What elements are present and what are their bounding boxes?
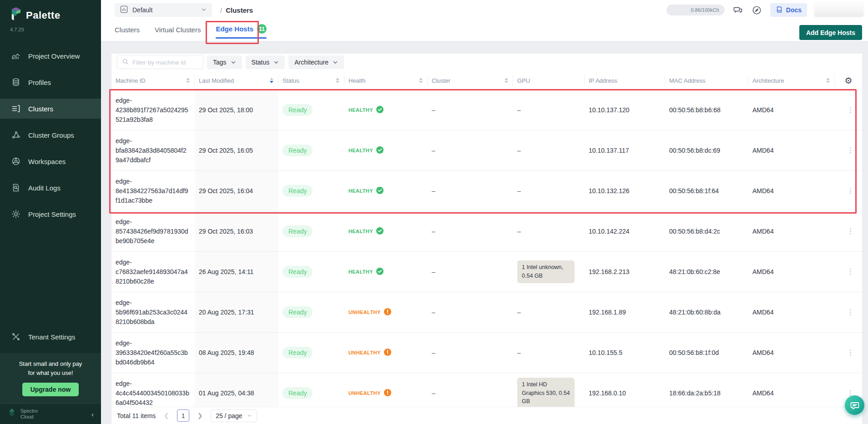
row-menu-icon[interactable]: ⋮: [839, 228, 862, 235]
cell-machine-id: edge-857438426ef9d9781930dbe90b705e4e: [111, 211, 195, 251]
cell-ip-address: 192.168.2.213: [585, 252, 665, 292]
network-icon: [11, 130, 21, 140]
chat-icon[interactable]: [732, 4, 744, 16]
table-row[interactable]: edge-396338420e4f260a55c3bbd046db9b6408 …: [111, 333, 862, 373]
table-row[interactable]: edge-4238b891f7267a5024295521a92b3fa829 …: [111, 90, 862, 130]
sidebar-item-workspaces[interactable]: Workspaces: [0, 151, 101, 171]
compass-icon[interactable]: [751, 4, 763, 16]
row-menu-icon[interactable]: ⋮: [839, 309, 862, 316]
cell-actions: ⋮: [835, 171, 862, 211]
chevron-down-icon: [231, 60, 236, 65]
tab-clusters[interactable]: Clusters: [115, 26, 140, 41]
page-size-select[interactable]: 25 / page: [211, 409, 257, 422]
status-badge: Ready: [283, 185, 313, 197]
page-number[interactable]: 1: [177, 409, 189, 422]
cell-machine-id: edge-8e41384227563a7d14df9f1d1ac73bbe: [111, 171, 195, 211]
cell-status: Ready: [278, 211, 344, 251]
cell-status: Ready: [278, 333, 344, 373]
cell-machine-id: edge-bfa83842a83d8405804f29a47ddbafcf: [111, 130, 195, 170]
cell-architecture: AMD64: [748, 211, 835, 251]
collapse-sidebar-icon[interactable]: ‹: [91, 410, 94, 418]
tab-edge-hosts[interactable]: Edge Hosts11: [216, 24, 267, 41]
cell-ip-address: 192.168.0.10: [585, 373, 665, 407]
cell-last-modified: 29 Oct 2025, 18:00: [195, 90, 278, 130]
sidebar-item-cluster-groups[interactable]: Cluster Groups: [0, 125, 101, 145]
chevron-down-icon: [333, 60, 338, 65]
row-menu-icon[interactable]: ⋮: [839, 106, 862, 114]
cell-health: UNHEALTHY: [344, 373, 428, 407]
column-settings-gear-icon[interactable]: ⚙: [844, 75, 852, 86]
table-row[interactable]: edge-bfa83842a83d8405804f29a47ddbafcf29 …: [111, 130, 862, 171]
sidebar-item-audit-logs[interactable]: Audit Logs: [0, 178, 101, 198]
health-badge: UNHEALTHY: [348, 349, 391, 357]
cell-ip-address: 10.10.132.126: [585, 171, 665, 211]
health-badge: UNHEALTHY: [348, 308, 391, 316]
filter-dropdown-tags[interactable]: Tags: [207, 55, 242, 69]
cell-actions: ⋮: [835, 211, 862, 251]
cell-architecture: AMD64: [748, 292, 835, 332]
tools-icon: [11, 332, 21, 342]
cell-ip-address: 10.10.142.224: [585, 211, 665, 251]
column-header-machine-id[interactable]: Machine ID: [111, 75, 195, 86]
filter-bar: TagsStatusArchitecture: [111, 54, 862, 71]
cell-gpu: –: [513, 130, 585, 170]
sort-icon: [336, 78, 339, 83]
sort-icon: [826, 78, 830, 83]
docs-button[interactable]: Docs: [770, 3, 807, 17]
sort-icon: [270, 78, 273, 83]
next-page-icon[interactable]: ❯: [196, 412, 204, 419]
row-menu-icon[interactable]: ⋮: [839, 187, 862, 195]
table-row[interactable]: edge-857438426ef9d9781930dbe90b705e4e29 …: [111, 211, 862, 252]
cell-architecture: AMD64: [748, 171, 835, 211]
machine-id-search[interactable]: [117, 55, 203, 69]
sidebar-item-clusters[interactable]: Clusters: [0, 99, 101, 119]
cell-cluster: –: [428, 211, 513, 251]
cell-status: Ready: [278, 171, 344, 211]
cell-last-modified: 20 Aug 2025, 17:31: [195, 292, 278, 332]
sidebar-item-label: Project Settings: [28, 210, 76, 218]
column-header-last-modified[interactable]: Last Modified: [195, 75, 278, 86]
row-menu-icon[interactable]: ⋮: [839, 268, 862, 275]
column-header-health[interactable]: Health: [344, 75, 428, 86]
sidebar-item-project-settings[interactable]: Project Settings: [0, 204, 101, 224]
row-menu-icon[interactable]: ⋮: [839, 349, 862, 356]
column-header-architecture[interactable]: Architecture: [748, 75, 835, 86]
cell-gpu: –: [513, 211, 585, 251]
row-menu-icon[interactable]: ⋮: [839, 147, 862, 154]
cell-status: Ready: [278, 292, 344, 332]
cell-actions: ⋮: [835, 333, 862, 373]
upgrade-now-button[interactable]: Upgrade now: [22, 383, 79, 396]
sidebar: Palette 4.7.29 Project OverviewProfilesC…: [0, 0, 101, 424]
filter-dropdown-status[interactable]: Status: [246, 55, 285, 69]
project-selector[interactable]: Default: [115, 3, 212, 17]
cell-mac-address: 00:50:56:b8:dc:69: [665, 130, 748, 170]
table-row[interactable]: edge-4c4c4544003450108033b6a04f50443201 …: [111, 373, 862, 407]
table-row[interactable]: edge-c76832aefe914893047a48210b60c28e26 …: [111, 252, 862, 292]
sidebar-item-project-overview[interactable]: Project Overview: [0, 46, 101, 66]
add-edge-hosts-button[interactable]: Add Edge Hosts: [799, 25, 862, 40]
column-header-status[interactable]: Status: [278, 75, 344, 86]
cell-actions: ⋮: [835, 292, 862, 332]
status-badge: Ready: [283, 225, 313, 237]
cell-actions: ⋮: [835, 252, 862, 292]
help-chat-button[interactable]: [845, 395, 864, 415]
sidebar-item-tenant-settings[interactable]: Tenant Settings: [0, 327, 101, 347]
search-input[interactable]: [132, 59, 196, 66]
sidebar-lower: Tenant Settings Start small and only pay…: [0, 327, 101, 424]
prev-page-icon[interactable]: ❮: [162, 412, 171, 419]
cell-machine-id: edge-4c4c4544003450108033b6a04f504432: [111, 373, 195, 407]
sidebar-item-profiles[interactable]: Profiles: [0, 72, 101, 92]
cell-mac-address: 48:21:0b:60:c2:8e: [665, 252, 748, 292]
table-row[interactable]: edge-8e41384227563a7d14df9f1d1ac73bbe29 …: [111, 171, 862, 211]
table-row[interactable]: edge-5b96f691ab253ca3c02448210b608bda20 …: [111, 292, 862, 333]
cell-cluster: –: [428, 333, 513, 373]
tab-virtual-clusters[interactable]: Virtual Clusters: [155, 26, 201, 41]
filter-dropdown-architecture[interactable]: Architecture: [288, 55, 344, 69]
table-body: edge-4238b891f7267a5024295521a92b3fa829 …: [111, 90, 862, 407]
project-selector-value: Default: [132, 6, 152, 14]
cell-actions: ⋮: [835, 90, 862, 130]
cell-health: HEALTHY: [344, 171, 428, 211]
health-badge: HEALTHY: [348, 227, 384, 235]
column-header-cluster[interactable]: Cluster: [428, 75, 513, 86]
sort-icon: [186, 78, 190, 83]
